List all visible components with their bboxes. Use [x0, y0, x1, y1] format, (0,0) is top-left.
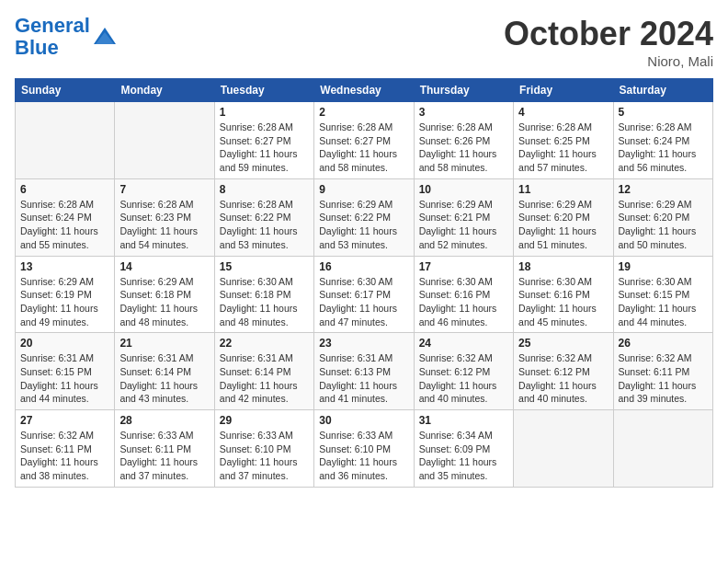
day-info: Sunrise: 6:28 AMSunset: 6:23 PMDaylight:…: [119, 198, 209, 252]
calendar-cell: 26Sunrise: 6:32 AMSunset: 6:11 PMDayligh…: [613, 333, 712, 410]
calendar-week-row: 27Sunrise: 6:32 AMSunset: 6:11 PMDayligh…: [16, 410, 713, 488]
calendar-cell: 24Sunrise: 6:32 AMSunset: 6:12 PMDayligh…: [414, 333, 513, 410]
day-of-week-header: Friday: [514, 79, 613, 102]
day-number: 2: [319, 106, 408, 119]
day-number: 6: [20, 183, 109, 196]
day-info: Sunrise: 6:28 AMSunset: 6:24 PMDaylight:…: [619, 121, 708, 175]
day-info: Sunrise: 6:31 AMSunset: 6:15 PMDaylight:…: [20, 351, 109, 406]
day-number: 22: [220, 337, 309, 350]
day-of-week-header: Sunday: [16, 79, 115, 102]
calendar-header-row: SundayMondayTuesdayWednesdayThursdayFrid…: [16, 79, 713, 102]
day-number: 13: [20, 260, 109, 273]
calendar-cell: 3Sunrise: 6:28 AMSunset: 6:26 PMDaylight…: [414, 102, 513, 179]
day-number: 29: [220, 414, 309, 427]
day-number: 3: [419, 106, 508, 119]
logo: General Blue: [15, 15, 118, 59]
calendar-cell: 9Sunrise: 6:29 AMSunset: 6:22 PMDaylight…: [314, 178, 414, 256]
calendar-week-row: 6Sunrise: 6:28 AMSunset: 6:24 PMDaylight…: [16, 178, 713, 256]
day-number: 23: [319, 337, 408, 350]
day-of-week-header: Monday: [115, 79, 214, 102]
day-number: 27: [20, 414, 109, 427]
day-info: Sunrise: 6:30 AMSunset: 6:17 PMDaylight:…: [319, 275, 408, 329]
day-info: Sunrise: 6:33 AMSunset: 6:11 PMDaylight:…: [119, 429, 209, 483]
day-number: 9: [319, 183, 408, 196]
logo-icon: [92, 24, 118, 50]
day-info: Sunrise: 6:33 AMSunset: 6:10 PMDaylight:…: [319, 429, 408, 483]
calendar-cell: 14Sunrise: 6:29 AMSunset: 6:18 PMDayligh…: [115, 256, 214, 333]
calendar-cell: [613, 410, 712, 488]
day-info: Sunrise: 6:28 AMSunset: 6:27 PMDaylight:…: [319, 121, 408, 175]
day-info: Sunrise: 6:28 AMSunset: 6:27 PMDaylight:…: [220, 121, 309, 175]
day-of-week-header: Saturday: [613, 79, 712, 102]
day-info: Sunrise: 6:30 AMSunset: 6:16 PMDaylight:…: [419, 275, 508, 329]
day-number: 14: [119, 260, 209, 273]
day-info: Sunrise: 6:32 AMSunset: 6:11 PMDaylight:…: [619, 351, 708, 406]
calendar-cell: 23Sunrise: 6:31 AMSunset: 6:13 PMDayligh…: [314, 333, 414, 410]
calendar-cell: 2Sunrise: 6:28 AMSunset: 6:27 PMDaylight…: [314, 102, 414, 179]
calendar-cell: [16, 102, 115, 179]
day-info: Sunrise: 6:28 AMSunset: 6:26 PMDaylight:…: [419, 121, 508, 175]
calendar-cell: 19Sunrise: 6:30 AMSunset: 6:15 PMDayligh…: [613, 256, 712, 333]
day-info: Sunrise: 6:30 AMSunset: 6:18 PMDaylight:…: [220, 275, 309, 329]
calendar-cell: [514, 410, 613, 488]
calendar-cell: 1Sunrise: 6:28 AMSunset: 6:27 PMDaylight…: [214, 102, 313, 179]
calendar-cell: 4Sunrise: 6:28 AMSunset: 6:25 PMDaylight…: [514, 102, 613, 179]
day-number: 31: [419, 414, 508, 427]
calendar-cell: 21Sunrise: 6:31 AMSunset: 6:14 PMDayligh…: [115, 333, 214, 410]
day-info: Sunrise: 6:29 AMSunset: 6:19 PMDaylight:…: [20, 275, 109, 329]
calendar-table: SundayMondayTuesdayWednesdayThursdayFrid…: [15, 78, 713, 488]
day-info: Sunrise: 6:29 AMSunset: 6:20 PMDaylight:…: [619, 198, 708, 252]
day-number: 21: [119, 337, 209, 350]
month-title: October 2024: [504, 15, 713, 53]
calendar-cell: 25Sunrise: 6:32 AMSunset: 6:12 PMDayligh…: [514, 333, 613, 410]
day-info: Sunrise: 6:28 AMSunset: 6:25 PMDaylight:…: [518, 121, 608, 175]
day-info: Sunrise: 6:28 AMSunset: 6:22 PMDaylight:…: [220, 198, 309, 252]
day-number: 15: [220, 260, 309, 273]
day-number: 26: [619, 337, 708, 350]
day-info: Sunrise: 6:34 AMSunset: 6:09 PMDaylight:…: [419, 429, 508, 483]
day-info: Sunrise: 6:32 AMSunset: 6:12 PMDaylight:…: [518, 351, 608, 406]
day-number: 30: [319, 414, 408, 427]
day-info: Sunrise: 6:30 AMSunset: 6:16 PMDaylight:…: [518, 275, 608, 329]
day-number: 20: [20, 337, 109, 350]
day-number: 18: [518, 260, 608, 273]
calendar-cell: 16Sunrise: 6:30 AMSunset: 6:17 PMDayligh…: [314, 256, 414, 333]
calendar-cell: 22Sunrise: 6:31 AMSunset: 6:14 PMDayligh…: [214, 333, 313, 410]
day-number: 16: [319, 260, 408, 273]
day-number: 1: [220, 106, 309, 119]
calendar-cell: 13Sunrise: 6:29 AMSunset: 6:19 PMDayligh…: [16, 256, 115, 333]
calendar-cell: [115, 102, 214, 179]
calendar-week-row: 20Sunrise: 6:31 AMSunset: 6:15 PMDayligh…: [16, 333, 713, 410]
calendar-cell: 31Sunrise: 6:34 AMSunset: 6:09 PMDayligh…: [414, 410, 513, 488]
day-of-week-header: Thursday: [414, 79, 513, 102]
day-info: Sunrise: 6:28 AMSunset: 6:24 PMDaylight:…: [20, 198, 109, 252]
calendar-week-row: 1Sunrise: 6:28 AMSunset: 6:27 PMDaylight…: [16, 102, 713, 179]
calendar-cell: 28Sunrise: 6:33 AMSunset: 6:11 PMDayligh…: [115, 410, 214, 488]
calendar-cell: 27Sunrise: 6:32 AMSunset: 6:11 PMDayligh…: [16, 410, 115, 488]
calendar-cell: 29Sunrise: 6:33 AMSunset: 6:10 PMDayligh…: [214, 410, 313, 488]
day-info: Sunrise: 6:29 AMSunset: 6:18 PMDaylight:…: [119, 275, 209, 329]
day-info: Sunrise: 6:30 AMSunset: 6:15 PMDaylight:…: [619, 275, 708, 329]
calendar-cell: 10Sunrise: 6:29 AMSunset: 6:21 PMDayligh…: [414, 178, 513, 256]
day-info: Sunrise: 6:32 AMSunset: 6:11 PMDaylight:…: [20, 429, 109, 483]
calendar-cell: 30Sunrise: 6:33 AMSunset: 6:10 PMDayligh…: [314, 410, 414, 488]
day-number: 24: [419, 337, 508, 350]
day-of-week-header: Wednesday: [314, 79, 414, 102]
day-info: Sunrise: 6:31 AMSunset: 6:14 PMDaylight:…: [220, 351, 309, 406]
calendar-cell: 8Sunrise: 6:28 AMSunset: 6:22 PMDaylight…: [214, 178, 313, 256]
day-info: Sunrise: 6:29 AMSunset: 6:20 PMDaylight:…: [518, 198, 608, 252]
day-number: 5: [619, 106, 708, 119]
day-info: Sunrise: 6:33 AMSunset: 6:10 PMDaylight:…: [220, 429, 309, 483]
calendar-week-row: 13Sunrise: 6:29 AMSunset: 6:19 PMDayligh…: [16, 256, 713, 333]
day-number: 8: [220, 183, 309, 196]
calendar-cell: 5Sunrise: 6:28 AMSunset: 6:24 PMDaylight…: [613, 102, 712, 179]
calendar-cell: 7Sunrise: 6:28 AMSunset: 6:23 PMDaylight…: [115, 178, 214, 256]
logo-text: General Blue: [15, 15, 90, 59]
calendar-cell: 17Sunrise: 6:30 AMSunset: 6:16 PMDayligh…: [414, 256, 513, 333]
day-number: 10: [419, 183, 508, 196]
calendar-cell: 15Sunrise: 6:30 AMSunset: 6:18 PMDayligh…: [214, 256, 313, 333]
title-block: October 2024 Nioro, Mali: [504, 15, 713, 69]
day-info: Sunrise: 6:32 AMSunset: 6:12 PMDaylight:…: [419, 351, 508, 406]
calendar-cell: 12Sunrise: 6:29 AMSunset: 6:20 PMDayligh…: [613, 178, 712, 256]
day-info: Sunrise: 6:29 AMSunset: 6:22 PMDaylight:…: [319, 198, 408, 252]
